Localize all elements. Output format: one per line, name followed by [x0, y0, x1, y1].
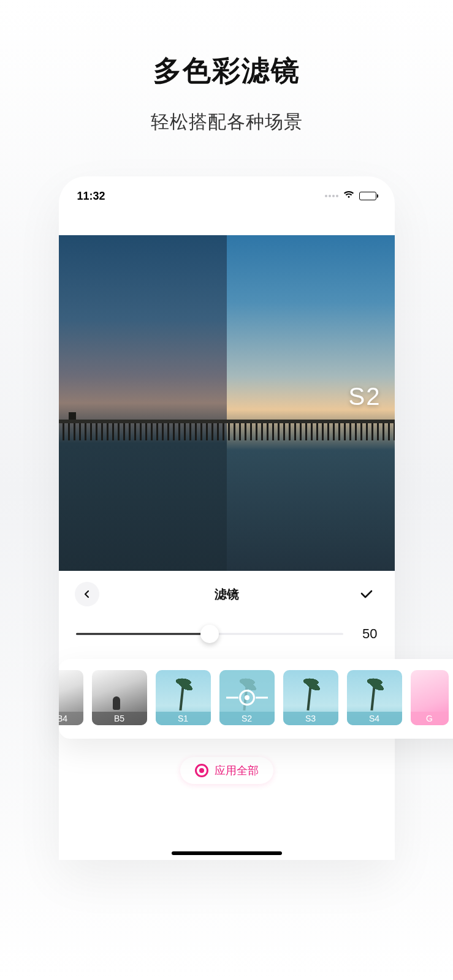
wifi-icon — [343, 190, 354, 202]
filter-thumb-b4[interactable]: B4 — [59, 670, 83, 725]
filter-thumb-g[interactable]: G — [411, 670, 449, 725]
filter-thumb-s1[interactable]: S1 — [156, 670, 211, 725]
record-dot-icon — [195, 764, 208, 777]
apply-all-label: 应用全部 — [215, 763, 259, 778]
back-button[interactable] — [75, 582, 99, 606]
promo-subtitle: 轻松搭配各种场景 — [151, 110, 303, 135]
filter-thumb-label: S2 — [219, 712, 275, 725]
intensity-slider-row: 50 — [59, 614, 395, 650]
chevron-left-icon — [83, 590, 91, 598]
slider-fill — [76, 633, 210, 635]
confirm-button[interactable] — [354, 582, 379, 606]
intensity-slider[interactable] — [76, 625, 343, 643]
slider-value: 50 — [353, 626, 378, 642]
filter-thumb-s3[interactable]: S3 — [283, 670, 338, 725]
preview-scene-pier — [59, 420, 395, 440]
filter-thumb-label: S1 — [156, 712, 211, 725]
filter-thumb-label: S4 — [347, 712, 402, 725]
filter-thumb-s4[interactable]: S4 — [347, 670, 402, 725]
filter-thumbnail-strip[interactable]: B4 B5 S1 S2 S3 — [59, 659, 454, 739]
filter-thumb-b5[interactable]: B5 — [92, 670, 147, 725]
promo-title: 多色彩滤镜 — [151, 52, 303, 90]
filter-thumb-s2[interactable]: S2 — [219, 670, 275, 725]
filter-thumb-label: S3 — [283, 712, 338, 725]
slider-thumb[interactable] — [200, 625, 219, 643]
check-icon — [360, 590, 373, 598]
filter-thumb-label: G — [411, 712, 449, 725]
focus-icon — [239, 690, 255, 706]
toolbar-title: 滤镜 — [215, 586, 239, 603]
preview-original-side — [59, 235, 227, 571]
status-time: 11:32 — [77, 190, 105, 203]
filter-thumb-label: B5 — [92, 712, 147, 725]
status-icons — [325, 190, 376, 202]
cellular-dots-icon — [325, 195, 338, 197]
image-preview[interactable]: S2 — [59, 235, 395, 571]
apply-all-button[interactable]: 应用全部 — [180, 757, 273, 784]
filter-thumb-label: B4 — [59, 712, 83, 725]
phone-frame: 11:32 S2 滤镜 50 — [59, 176, 395, 860]
battery-icon — [359, 192, 376, 200]
status-bar: 11:32 — [59, 176, 395, 211]
promo-header: 多色彩滤镜 轻松搭配各种场景 — [151, 52, 303, 135]
home-indicator[interactable] — [172, 851, 282, 855]
editor-toolbar: 滤镜 — [59, 571, 395, 614]
active-filter-label: S2 — [349, 383, 381, 410]
